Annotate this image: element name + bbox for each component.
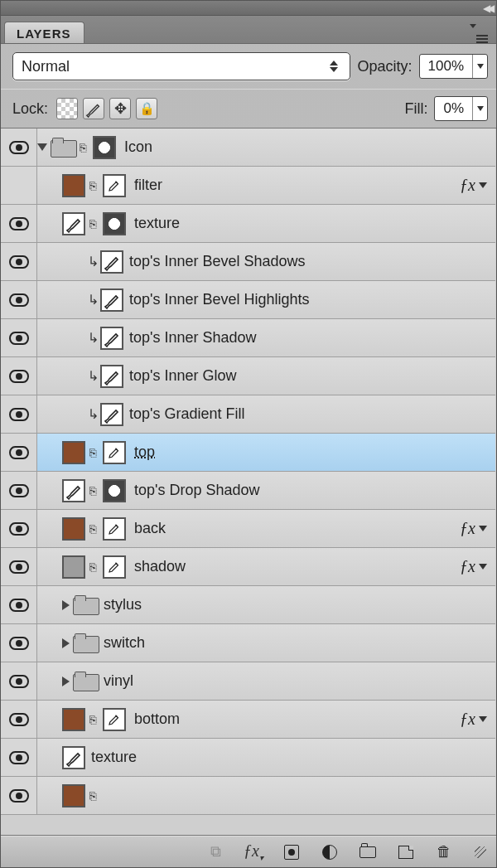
footer-fx-button[interactable]: ƒx▾ [243,842,264,862]
disclosure-open-icon[interactable] [37,143,47,151]
layer-row[interactable]: stylus [1,586,495,624]
vector-mask-thumbnail[interactable] [103,174,126,197]
visibility-toggle[interactable] [1,243,37,280]
layer-row[interactable]: ⎘bottomƒx [1,701,495,739]
layer-row[interactable]: ⎘shadowƒx [1,548,495,586]
layer-mask-thumbnail[interactable] [93,136,116,159]
footer-delete-button[interactable]: 🗑 [433,842,455,862]
visibility-toggle[interactable] [1,739,37,776]
visibility-toggle[interactable] [1,586,37,623]
visibility-toggle[interactable] [1,472,37,509]
brush-thumbnail-icon[interactable] [62,212,85,235]
layer-name-label[interactable]: top's Inner Glow [126,367,237,385]
lock-position-button[interactable]: ✥ [109,98,131,119]
visibility-toggle[interactable] [1,548,37,585]
layer-row[interactable]: ⎘backƒx [1,510,495,548]
layer-name-label[interactable]: top's Inner Bevel Shadows [126,253,306,270]
tab-layers[interactable]: LAYERS [4,22,84,43]
layer-row[interactable]: ↳top's Inner Bevel Highlights [1,281,495,319]
visibility-toggle[interactable] [1,281,37,318]
layer-thumbnail[interactable] [62,174,85,197]
resize-grip-icon[interactable] [475,846,486,858]
layer-name-label[interactable]: bottom [131,710,180,728]
vector-mask-thumbnail[interactable] [103,555,126,579]
visibility-toggle[interactable] [1,129,37,166]
fx-badge-icon[interactable]: ƒx [460,519,475,538]
visibility-toggle[interactable] [1,662,37,700]
visibility-toggle[interactable] [1,205,37,242]
layer-name-label[interactable]: top [131,444,155,461]
layer-name-label[interactable]: filter [131,177,162,194]
fx-badge-icon[interactable]: ƒx [460,176,475,195]
fx-expand-icon[interactable] [479,182,487,188]
layer-row[interactable]: ↳top's Gradient Fill [1,395,495,434]
opacity-stepper-icon[interactable] [472,55,487,78]
footer-group-button[interactable] [357,842,379,862]
folder-icon[interactable] [51,138,75,158]
visibility-toggle[interactable] [1,510,37,547]
layer-name-label[interactable]: switch [100,634,145,652]
visibility-toggle[interactable] [1,357,37,395]
folder-icon[interactable] [73,595,98,615]
layer-row[interactable]: vinyl [1,662,495,701]
layer-row[interactable]: ↳top's Inner Bevel Shadows [1,243,495,281]
lock-transparency-button[interactable] [56,98,78,119]
visibility-toggle[interactable] [1,624,37,662]
layer-name-label[interactable]: vinyl [100,672,133,690]
footer-adjustment-button[interactable] [319,842,340,862]
layer-mask-thumbnail[interactable] [103,479,126,502]
fx-expand-icon[interactable] [479,526,487,531]
layer-name-label[interactable]: top's Inner Shadow [126,329,257,347]
folder-icon[interactable] [73,672,98,691]
layer-name-label[interactable]: top's Inner Bevel Highlights [126,291,310,308]
panel-collapse-strip[interactable]: ◀◀ [1,1,496,16]
layer-row[interactable]: ⎘texture [1,205,495,243]
fx-expand-icon[interactable] [479,716,487,722]
brush-thumbnail-icon[interactable] [62,746,85,769]
folder-icon[interactable] [73,633,98,653]
layer-row[interactable]: switch [1,624,495,662]
panel-menu-button[interactable] [473,28,491,43]
blend-mode-select[interactable]: Normal [12,52,350,80]
layer-row[interactable]: ↳top's Inner Glow [1,357,495,395]
vector-mask-thumbnail[interactable] [103,708,126,731]
footer-new-layer-button[interactable] [395,842,417,862]
layer-thumbnail[interactable] [62,708,85,731]
fx-badge-icon[interactable]: ƒx [460,710,475,729]
layer-name-label[interactable]: Icon [121,138,152,156]
visibility-toggle[interactable] [1,701,37,738]
fill-stepper-icon[interactable] [472,97,487,120]
layer-row[interactable]: ⎘top's Drop Shadow [1,472,495,510]
layer-thumbnail[interactable] [62,517,85,541]
visibility-toggle[interactable] [1,395,37,433]
layer-row[interactable]: texture [1,739,495,777]
layer-name-label[interactable]: top's Gradient Fill [126,405,245,423]
visibility-toggle[interactable] [1,319,37,356]
brush-thumbnail-icon[interactable] [62,479,85,502]
fill-input[interactable]: 0% [434,96,488,121]
layer-name-label[interactable]: shadow [131,558,186,575]
disclosure-closed-icon[interactable] [62,676,70,686]
vector-mask-thumbnail[interactable] [103,441,126,464]
disclosure-closed-icon[interactable] [62,600,70,610]
disclosure-closed-icon[interactable] [62,638,70,648]
vector-mask-thumbnail[interactable] [103,517,126,541]
layer-thumbnail[interactable] [62,784,85,807]
brush-thumbnail-icon[interactable] [100,327,123,350]
layers-scroll[interactable]: ⎘Icon⎘filterƒx⎘texture↳top's Inner Bevel… [1,129,496,835]
visibility-toggle[interactable] [1,777,37,814]
brush-thumbnail-icon[interactable] [100,289,123,312]
fx-badge-icon[interactable]: ƒx [460,557,475,576]
layer-row[interactable]: ⎘Icon [1,129,495,167]
brush-thumbnail-icon[interactable] [100,250,123,274]
visibility-toggle[interactable] [1,167,37,204]
layer-row[interactable]: ↳top's Inner Shadow [1,319,495,357]
layer-thumbnail[interactable] [62,441,85,464]
layer-row[interactable]: ⎘top [1,434,495,472]
layer-row[interactable]: ⎘ [1,777,495,815]
brush-thumbnail-icon[interactable] [100,365,123,388]
layer-mask-thumbnail[interactable] [103,212,126,235]
fx-expand-icon[interactable] [479,564,487,570]
footer-link-button[interactable]: ⧉ [205,842,226,862]
visibility-toggle[interactable] [1,434,37,471]
